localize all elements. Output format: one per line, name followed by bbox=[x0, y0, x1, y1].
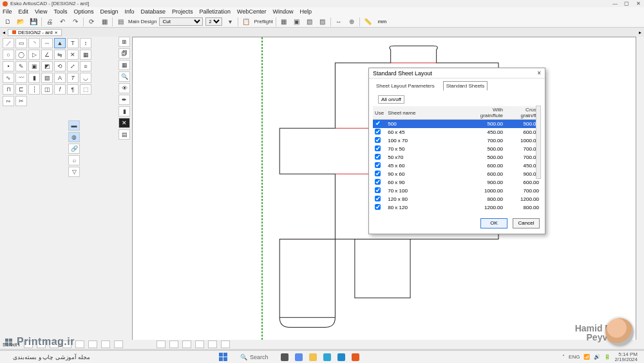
tray-battery-icon[interactable]: 🔋 bbox=[604, 354, 611, 360]
slot-tool-icon[interactable]: ⊏ bbox=[15, 84, 27, 95]
move-tool-icon[interactable]: ↔ bbox=[41, 38, 53, 48]
document-tab[interactable]: DESIGN2 - ard × bbox=[8, 29, 62, 36]
hatchv-icon[interactable]: ▤ bbox=[118, 129, 130, 140]
line-tool-icon[interactable]: ／ bbox=[3, 38, 14, 48]
drawing-canvas[interactable]: Standard Sheet Layout × Sheet Layout Par… bbox=[132, 37, 636, 344]
italic-tool-icon[interactable]: T bbox=[67, 73, 79, 83]
grid1-icon[interactable]: ▦ bbox=[279, 17, 289, 27]
use-checkbox[interactable] bbox=[375, 196, 381, 201]
all-onoff-button[interactable]: All on/off bbox=[378, 95, 404, 104]
doc2-icon[interactable]: 🗐 bbox=[118, 48, 130, 59]
new-icon[interactable]: 🗋 bbox=[3, 17, 13, 27]
pick-tool-icon[interactable]: ⌕ bbox=[68, 155, 80, 165]
brush-icon[interactable]: ✒ bbox=[118, 95, 130, 105]
grid3-icon[interactable]: ▧ bbox=[305, 17, 315, 27]
sb-btn8[interactable] bbox=[114, 340, 123, 348]
taskview-icon[interactable] bbox=[281, 353, 289, 361]
layout-icon[interactable]: ▦ bbox=[99, 17, 109, 27]
use-checkbox[interactable] bbox=[375, 145, 381, 151]
dim-tool-icon[interactable]: ↕ bbox=[80, 38, 91, 48]
table-row[interactable]: 70 x 1001000.00700.00 bbox=[373, 187, 541, 195]
tray-date[interactable]: 2/19/2024 bbox=[614, 357, 638, 362]
undo-icon[interactable]: ↶ bbox=[57, 17, 68, 27]
menu-design[interactable]: Design bbox=[100, 8, 118, 15]
barv-icon[interactable]: ▮ bbox=[118, 106, 130, 116]
table-row[interactable]: 500500.00500.00 bbox=[373, 120, 541, 129]
print-icon[interactable]: 🖨 bbox=[44, 17, 55, 27]
table-row[interactable]: 60 x 45450.00600.00 bbox=[373, 128, 541, 136]
menu-window[interactable]: Window bbox=[272, 8, 293, 15]
grid4-icon[interactable]: ▨ bbox=[317, 17, 328, 27]
ok-button[interactable]: OK bbox=[480, 218, 507, 228]
dim2-icon[interactable]: ⊕ bbox=[346, 17, 357, 27]
col-use[interactable]: Use bbox=[373, 106, 386, 120]
dropdown-icon[interactable]: ▾ bbox=[225, 17, 235, 27]
table-row[interactable]: 80 x 1201200.00800.00 bbox=[373, 203, 541, 212]
rebuild-icon[interactable]: ⟳ bbox=[86, 17, 97, 27]
menu-info[interactable]: Info bbox=[124, 8, 134, 15]
chat-icon[interactable] bbox=[295, 353, 303, 361]
grid2-icon[interactable]: ▣ bbox=[292, 17, 302, 27]
sb-btn9[interactable] bbox=[156, 340, 166, 348]
tab-close-icon[interactable]: × bbox=[55, 30, 58, 35]
angle-tool-icon[interactable]: ∠ bbox=[41, 50, 53, 60]
save-icon[interactable]: 💾 bbox=[28, 17, 39, 27]
curve-tool-icon[interactable]: ∿ bbox=[3, 73, 14, 83]
ellipse-tool-icon[interactable]: ◯ bbox=[15, 50, 27, 60]
flap-tool-icon[interactable]: ◫ bbox=[41, 84, 53, 95]
col-name[interactable]: Sheet name bbox=[386, 106, 469, 120]
store-icon[interactable] bbox=[337, 353, 345, 361]
tray-volume-icon[interactable]: 🔊 bbox=[594, 354, 600, 360]
sb-btn13[interactable] bbox=[208, 340, 217, 348]
tab-next-icon[interactable]: ▸ bbox=[639, 30, 641, 35]
col-with[interactable]: With grain/flute bbox=[469, 106, 505, 120]
color1-tool-icon[interactable]: ▬ bbox=[68, 120, 80, 131]
maximize-button[interactable]: ▢ bbox=[623, 1, 630, 6]
grid-tool-icon[interactable]: ▦ bbox=[80, 50, 91, 60]
table-row[interactable]: 70 x 50500.00700.00 bbox=[373, 145, 541, 153]
sb-btn14[interactable] bbox=[221, 340, 230, 348]
knife-tool-icon[interactable]: ✂ bbox=[15, 96, 27, 106]
misc1-tool-icon[interactable]: ⬚ bbox=[80, 84, 91, 95]
count-select[interactable]: 2 bbox=[205, 17, 222, 26]
use-checkbox[interactable] bbox=[375, 129, 381, 135]
use-checkbox[interactable] bbox=[375, 154, 381, 160]
dialog-close-icon[interactable]: × bbox=[537, 70, 541, 77]
bezier-tool-icon[interactable]: 〰 bbox=[15, 73, 27, 83]
use-checkbox[interactable] bbox=[375, 179, 381, 185]
tray-lang-icon[interactable]: ENG bbox=[569, 354, 580, 360]
menu-help[interactable]: Help bbox=[299, 8, 312, 15]
open-icon[interactable]: 📂 bbox=[15, 17, 26, 27]
menu-edit[interactable]: Edit bbox=[19, 8, 29, 15]
spline-tool-icon[interactable]: ∾ bbox=[3, 96, 14, 106]
rect-tool-icon[interactable]: ▭ bbox=[15, 38, 27, 48]
hatch-tool-icon[interactable]: ▨ bbox=[41, 73, 53, 83]
menu-database[interactable]: Database bbox=[140, 8, 166, 15]
point-tool-icon[interactable]: • bbox=[3, 61, 14, 71]
use-checkbox[interactable] bbox=[375, 137, 381, 143]
corner-tool-icon[interactable]: ◩ bbox=[41, 61, 53, 71]
edge-icon[interactable] bbox=[323, 353, 331, 361]
table-row[interactable]: 100 x 70700.001000.00 bbox=[373, 136, 541, 145]
menu-tools[interactable]: Tools bbox=[53, 8, 67, 15]
redo-icon[interactable]: ↷ bbox=[70, 17, 80, 27]
align-tool-icon[interactable]: ≡ bbox=[80, 61, 91, 71]
circle-tool-icon[interactable]: ○ bbox=[3, 50, 14, 60]
last-tool-icon[interactable]: ▽ bbox=[68, 167, 80, 177]
app-running-icon[interactable] bbox=[352, 353, 359, 361]
table-row[interactable]: 60 x 90900.00600.00 bbox=[373, 178, 541, 187]
text2-tool-icon[interactable]: A bbox=[54, 73, 66, 83]
menu-options[interactable]: Options bbox=[73, 8, 93, 15]
smallgrid-icon[interactable]: ▦ bbox=[118, 60, 130, 70]
sb-btn7[interactable] bbox=[101, 340, 110, 348]
fill-tool-icon[interactable]: ▮ bbox=[28, 73, 40, 83]
tray-wifi-icon[interactable]: 📶 bbox=[583, 354, 590, 360]
taskbar-search[interactable]: 🔍 Search bbox=[234, 353, 274, 362]
use-checkbox[interactable] bbox=[375, 162, 381, 168]
layers-icon[interactable]: ▤ bbox=[115, 17, 126, 27]
sb-btn12[interactable] bbox=[195, 340, 204, 348]
use-checkbox[interactable] bbox=[375, 204, 381, 210]
tray-chevron-icon[interactable]: ˄ bbox=[562, 354, 565, 360]
tab-tool-icon[interactable]: ⊓ bbox=[3, 84, 14, 95]
rotate-tool-icon[interactable]: ⟲ bbox=[54, 61, 66, 71]
